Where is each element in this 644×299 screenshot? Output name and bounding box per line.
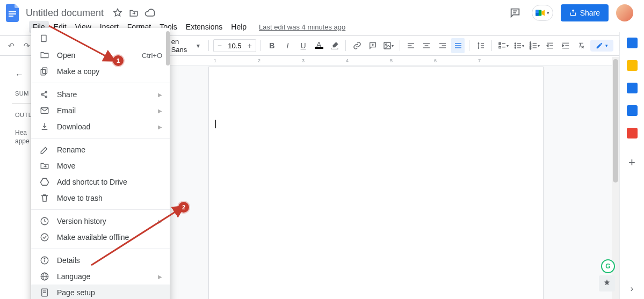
rename-icon — [40, 145, 49, 155]
svg-rect-8 — [331, 48, 338, 49]
file-menu-rename[interactable]: Rename — [31, 142, 170, 158]
docs-logo[interactable] — [3, 3, 23, 23]
insert-comment-button[interactable] — [366, 38, 380, 53]
align-justify-button[interactable] — [451, 38, 465, 53]
menu-item-label: Make a copy — [57, 67, 162, 76]
outline-back-button[interactable]: ← — [15, 70, 24, 79]
menu-item-label: Email — [57, 106, 150, 115]
svg-rect-0 — [9, 11, 16, 12]
file-menu-new[interactable] — [31, 31, 170, 47]
menu-help[interactable]: Help — [227, 21, 250, 33]
move-to-folder-icon[interactable] — [128, 8, 139, 18]
insert-image-button[interactable]: ▾ — [382, 38, 395, 53]
star-icon[interactable] — [112, 8, 123, 18]
file-menu-move[interactable]: Move — [31, 158, 170, 174]
file-menu-language[interactable]: Language▶ — [31, 268, 170, 285]
checklist-button[interactable]: ▾ — [496, 38, 510, 53]
svg-rect-7 — [536, 13, 539, 16]
file-menu-download[interactable]: Download▶ — [31, 119, 170, 135]
svg-rect-11 — [384, 42, 390, 49]
align-right-button[interactable] — [436, 38, 449, 53]
share-button[interactable]: Share — [561, 4, 609, 21]
align-center-button[interactable] — [420, 38, 433, 53]
scrollbar-thumb[interactable] — [613, 59, 618, 183]
svg-point-55 — [41, 94, 43, 96]
contacts-icon[interactable] — [627, 105, 638, 116]
explore-button[interactable] — [599, 275, 615, 291]
ruler-mark: 1 — [214, 58, 216, 63]
keep-icon[interactable] — [627, 60, 638, 71]
increase-indent-button[interactable] — [559, 38, 573, 53]
file-menu-version-history[interactable]: Version history▶ — [31, 213, 170, 229]
editing-mode-button[interactable]: ▾ — [590, 40, 613, 52]
undo-button[interactable]: ↶ — [4, 38, 18, 53]
file-menu-email[interactable]: Email▶ — [31, 103, 170, 119]
download-icon — [40, 122, 49, 132]
file-menu-add-shortcut-to-drive[interactable]: Add shortcut to Drive — [31, 174, 170, 190]
last-edit-link[interactable]: Last edit was 4 minutes ago — [259, 23, 345, 31]
svg-rect-2 — [9, 16, 13, 17]
decrease-indent-button[interactable] — [544, 38, 557, 53]
menu-item-label: Download — [57, 122, 150, 131]
info-icon — [40, 256, 49, 265]
increase-font-button[interactable]: + — [244, 41, 256, 50]
account-avatar[interactable] — [616, 4, 633, 21]
grammarly-button[interactable]: G — [601, 259, 615, 273]
menu-extensions[interactable]: Extensions — [182, 21, 226, 33]
offline-icon — [40, 232, 49, 242]
file-menu-details[interactable]: Details — [31, 252, 170, 268]
submenu-arrow-icon: ▶ — [158, 124, 162, 130]
menu-shortcut: Ctrl+O — [142, 52, 162, 60]
tasks-icon[interactable] — [627, 83, 638, 93]
file-menu-open[interactable]: OpenCtrl+O — [31, 47, 170, 63]
menu-item-label: Rename — [57, 145, 162, 154]
file-menu-make-available-offline[interactable]: Make available offline — [31, 229, 170, 245]
highlight-color-button[interactable] — [328, 38, 341, 53]
submenu-arrow-icon: ▶ — [158, 218, 162, 224]
underline-button[interactable]: U — [296, 38, 310, 53]
ruler-mark: 6 — [434, 58, 437, 63]
bold-button[interactable]: B — [265, 38, 279, 53]
cloud-status-icon[interactable] — [144, 8, 155, 18]
submenu-arrow-icon: ▶ — [158, 108, 162, 114]
align-left-button[interactable] — [404, 38, 418, 53]
line-spacing-button[interactable] — [474, 38, 487, 53]
submenu-arrow-icon: ▶ — [158, 274, 162, 280]
svg-point-56 — [46, 91, 47, 93]
comment-history-button[interactable] — [506, 4, 524, 22]
font-size-control[interactable]: − 10.5 + — [213, 39, 256, 52]
decrease-font-button[interactable]: − — [214, 41, 226, 50]
submenu-arrow-icon: ▶ — [158, 92, 162, 98]
drive-icon — [40, 177, 49, 187]
svg-rect-6 — [536, 10, 539, 13]
italic-button[interactable]: I — [281, 38, 294, 53]
menu-scrollbar-thumb[interactable] — [166, 31, 170, 65]
font-size-value[interactable]: 10.5 — [226, 42, 244, 50]
email-icon — [40, 106, 49, 115]
clear-formatting-button[interactable] — [575, 38, 588, 53]
file-menu-move-to-trash[interactable]: Move to trash — [31, 190, 170, 206]
text-cursor — [215, 120, 216, 128]
text-color-button[interactable]: A — [312, 38, 325, 53]
meet-button[interactable]: ▾ — [532, 5, 553, 21]
maps-icon[interactable] — [627, 128, 638, 138]
numbered-list-button[interactable]: 123▾ — [527, 38, 541, 53]
bulleted-list-button[interactable]: ▾ — [512, 38, 525, 53]
document-page[interactable] — [208, 67, 544, 299]
file-menu-make-a-copy[interactable]: Make a copy — [31, 63, 170, 79]
outline-divider — [12, 103, 31, 104]
get-addons-button[interactable]: + — [628, 156, 635, 170]
trash-icon — [40, 193, 49, 203]
hide-side-panel-button[interactable]: › — [631, 284, 633, 294]
new-icon — [40, 34, 49, 44]
file-menu-share[interactable]: Share▶ — [31, 86, 170, 103]
calendar-icon[interactable] — [627, 38, 638, 48]
font-family-select[interactable]: en Sans▼ — [168, 38, 204, 54]
insert-link-button[interactable] — [350, 38, 364, 53]
globe-icon — [40, 272, 49, 281]
document-title[interactable]: Untitled document — [23, 6, 107, 20]
file-menu-page-setup[interactable]: Page setup — [31, 285, 170, 299]
menu-item-label: Details — [57, 256, 162, 265]
annotation-badge-1: 1 — [113, 55, 124, 66]
svg-rect-53 — [42, 68, 47, 74]
